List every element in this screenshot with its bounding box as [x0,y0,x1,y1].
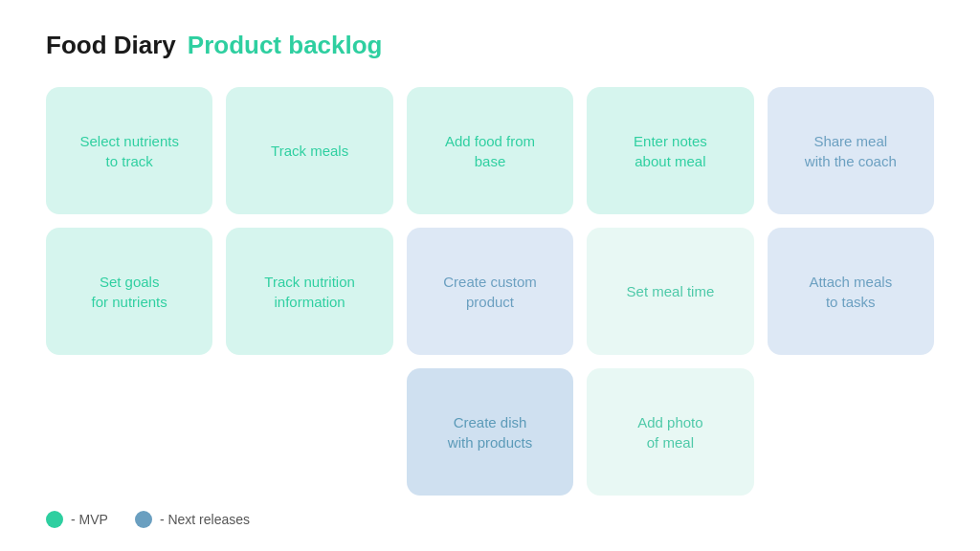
card-create-custom[interactable]: Create custom product [407,228,573,355]
card-attach-meals[interactable]: Attach meals to tasks [768,228,934,355]
title-green: Product backlog [188,31,383,60]
card-set-meal-time[interactable]: Set meal time [587,228,753,355]
legend-next: - Next releases [135,511,250,528]
dot-next [135,511,152,528]
dot-mvp [46,511,63,528]
legend-next-label: - Next releases [160,512,250,527]
card-add-food[interactable]: Add food from base [407,87,573,214]
card-track-nutrition[interactable]: Track nutrition information [226,228,392,355]
title-black: Food Diary [46,31,176,60]
card-share-meal[interactable]: Share meal with the coach [768,87,934,214]
card-grid: Select nutrients to track Track meals Ad… [46,87,934,496]
legend-mvp-label: - MVP [71,512,108,527]
card-select-nutrients[interactable]: Select nutrients to track [46,87,212,214]
page-header: Food Diary Product backlog [46,31,934,60]
card-empty-3 [768,368,934,496]
card-track-meals[interactable]: Track meals [226,87,392,214]
card-empty-1 [46,368,212,496]
card-empty-2 [226,368,392,496]
legend: - MVP - Next releases [46,511,934,528]
card-create-dish[interactable]: Create dish with products [407,368,573,496]
card-add-photo[interactable]: Add photo of meal [587,368,753,496]
card-set-goals[interactable]: Set goals for nutrients [46,228,212,355]
legend-mvp: - MVP [46,511,108,528]
card-enter-notes[interactable]: Enter notes about meal [587,87,753,214]
